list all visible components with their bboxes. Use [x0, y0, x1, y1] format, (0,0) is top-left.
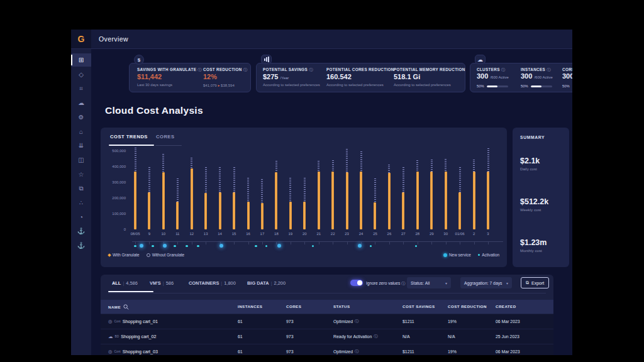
bar-with-granulate: [162, 172, 165, 229]
page-header-title: Overview: [99, 30, 128, 48]
events-timeline: [132, 241, 503, 242]
bar-with-granulate: [318, 172, 320, 230]
chevron-down-icon: ▾: [445, 281, 447, 285]
bar-without-granulate: [261, 179, 263, 203]
activation-event-dot[interactable]: [134, 245, 136, 248]
container-icon: ◎: [108, 349, 113, 354]
cell-cost-reduction: N/A: [448, 329, 455, 344]
info-icon[interactable]: ⓘ: [197, 67, 202, 72]
usage-progress-bar: [531, 85, 552, 87]
table-tab-all[interactable]: ALL|4,586: [112, 280, 138, 286]
bar-with-granulate: [233, 192, 235, 229]
chevron-down-icon: ▾: [506, 281, 508, 285]
bar-with-granulate: [331, 172, 334, 230]
sidebar-item-integrations[interactable]: ⚓: [71, 224, 91, 238]
table-row[interactable]: ◎ Cont Shopping cart_03 61 973 Optimized…: [101, 344, 553, 355]
search-icon[interactable]: [123, 304, 129, 310]
activation-event-dot[interactable]: [312, 245, 314, 248]
column-header-cores: CORES: [286, 304, 301, 309]
table-tab-containers[interactable]: CONTAINERS|1,800: [189, 280, 236, 286]
bar-with-granulate: [473, 172, 475, 229]
bar-without-granulate: [318, 161, 319, 172]
bar-with-granulate: [176, 202, 179, 229]
column-header-name: NAME: [108, 304, 129, 310]
ignore-zero-toggle[interactable]: [350, 280, 363, 286]
info-icon[interactable]: ⓘ: [547, 67, 551, 72]
top-header-bar: G Overview: [71, 30, 572, 49]
bar-chart-icon: [261, 55, 272, 64]
bar-without-granulate: [388, 165, 390, 173]
bar-with-granulate: [360, 172, 362, 229]
sidebar-item-updates[interactable]: ⇊: [71, 139, 91, 152]
y-axis-tick: 500,000: [101, 149, 126, 153]
column-header-created: CREATED: [496, 304, 516, 309]
activation-event-dot[interactable]: [197, 245, 199, 248]
sidebar-item-settings[interactable]: ⚙: [71, 111, 91, 124]
active-tab-underline: [109, 145, 154, 146]
potential-card: POTENTIAL SAVINGS ⓘ $275 /Year According…: [256, 63, 465, 92]
sidebar-item-services[interactable]: ◇: [71, 68, 91, 81]
granulate-logo[interactable]: G: [71, 30, 91, 48]
activation-event-dot[interactable]: [265, 245, 268, 248]
summary-label: Weekly cost: [520, 207, 541, 212]
info-icon[interactable]: ⓘ: [355, 349, 359, 354]
activation-event-dot[interactable]: [370, 245, 372, 248]
chart-legend: With GranulateWithout Granulate: [108, 253, 184, 257]
info-icon[interactable]: ⓘ: [243, 67, 248, 72]
table-tab-vm-s[interactable]: VM'S|586: [150, 280, 174, 286]
info-icon[interactable]: ⓘ: [309, 67, 313, 72]
sidebar-item-favorites[interactable]: ☆: [71, 168, 91, 181]
new-service-event-dot[interactable]: [140, 244, 143, 248]
bar-with-granulate: [402, 192, 404, 230]
sidebar-item-cost-center[interactable]: ⌂: [71, 125, 91, 138]
activation-event-dot[interactable]: [174, 245, 176, 248]
table-row[interactable]: ☁ BD Shopping cart_02 61 973 Ready for A…: [101, 329, 553, 344]
diamond-marker: [108, 253, 111, 257]
cost-reduction-value: 12%: [203, 73, 217, 80]
status-filter-select[interactable]: Status: All▾: [407, 277, 451, 288]
y-axis-tick: 200,000: [101, 196, 126, 200]
updates-icon: ⇊: [79, 142, 84, 149]
new-service-event-dot[interactable]: [163, 244, 167, 248]
screen: { "window": { "logo": "G", "header_title…: [0, 0, 644, 362]
nodes-icon: ∴: [79, 199, 83, 206]
sidebar-item-dashboard[interactable]: ⊞: [71, 53, 91, 67]
new-service-event-dot[interactable]: [358, 244, 362, 248]
aggregation-select[interactable]: Aggragation: 7 days▾: [460, 277, 512, 288]
activation-event-dot[interactable]: [415, 245, 418, 248]
savings-card: SAVINGS WITH GRANULATE ⓘ $11,442 Last 30…: [129, 63, 251, 92]
info-icon[interactable]: ⓘ: [501, 67, 506, 72]
info-icon[interactable]: ⓘ: [401, 281, 406, 285]
inventory-card: CLUSTERS ⓘ 300 /600 Active 50% INSTANCES…: [470, 63, 572, 92]
activation-event-dot[interactable]: [255, 245, 257, 248]
activation-event-dot[interactable]: [152, 245, 154, 248]
sidebar-item-reports[interactable]: ⧉: [71, 182, 91, 195]
tab-cost-trends[interactable]: COST TRENDS: [110, 134, 148, 140]
table-tab-big-data[interactable]: BIG DATA|2,200: [247, 280, 286, 286]
sidebar-item-cloud[interactable]: ☁: [71, 96, 91, 109]
sidebar-item-deploy[interactable]: ⚓: [71, 239, 91, 252]
summary-label: Monthly cost: [520, 248, 542, 253]
tab-cores[interactable]: CORES: [156, 134, 175, 140]
sidebar-item-history[interactable]: ◔: [71, 211, 91, 224]
bar-with-granulate: [247, 202, 250, 229]
sidebar-item-panels[interactable]: ◫: [71, 153, 91, 167]
bar-with-granulate: [374, 202, 376, 229]
sidebar-item-topology[interactable]: ⌗: [71, 82, 91, 95]
new-service-event-dot[interactable]: [277, 244, 281, 248]
cell-cost-reduction: 19%: [448, 344, 457, 355]
cell-cost-savings: $1211: [402, 344, 414, 355]
activation-event-dot[interactable]: [186, 245, 188, 248]
service-type-badge: BD: [115, 335, 119, 338]
column-header-status: STATUS: [333, 304, 350, 309]
new-service-event-dot[interactable]: [219, 244, 223, 248]
info-icon[interactable]: ⓘ: [355, 319, 359, 324]
sidebar-item-nodes[interactable]: ∴: [71, 196, 91, 209]
export-button[interactable]: ⧉Export: [521, 277, 549, 288]
table-row[interactable]: ◎ Cont Shopping cart_01 61 973 Optimized…: [101, 314, 553, 329]
savings-value: $11,442: [137, 73, 162, 80]
y-axis-tick: 400,000: [101, 165, 126, 168]
cell-status: Optimized ⓘ: [333, 314, 359, 329]
table-header-row: NAME INSTANCESCORESSTATUSCOST SAVINGSCOS…: [101, 300, 553, 314]
info-icon[interactable]: ⓘ: [374, 334, 378, 339]
